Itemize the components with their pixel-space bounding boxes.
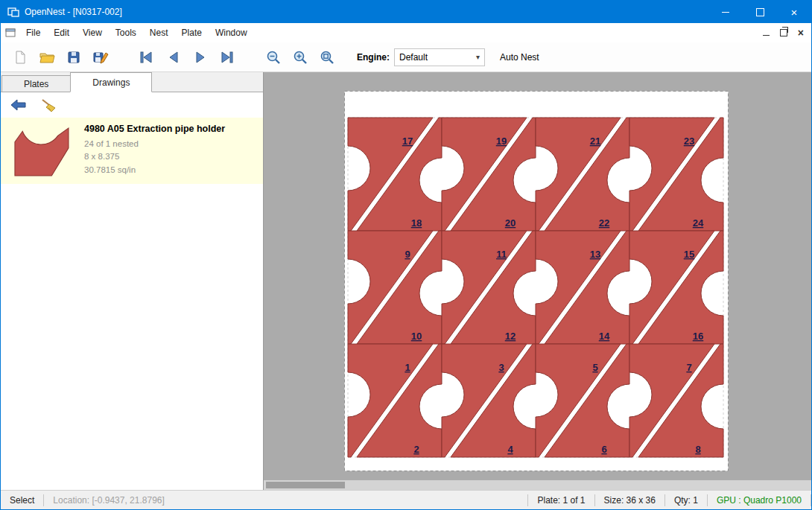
- part-number: 14: [599, 331, 610, 342]
- save-button[interactable]: [60, 45, 87, 69]
- minimize-button[interactable]: [708, 1, 743, 23]
- drawing-size: 8 x 8.375: [84, 150, 225, 163]
- minimize-icon: [722, 12, 729, 13]
- maximize-button[interactable]: [743, 1, 777, 23]
- drawing-nested-count: 24 of 1 nested: [84, 138, 225, 150]
- drawing-info: 4980 A05 Extraction pipe holder 24 of 1 …: [78, 123, 225, 177]
- menu-edit[interactable]: Edit: [47, 24, 76, 42]
- menu-plate[interactable]: Plate: [175, 24, 209, 42]
- last-arrow-icon: [220, 51, 235, 63]
- part-number: 21: [590, 136, 600, 147]
- left-arrow-icon: [10, 99, 27, 111]
- maximize-icon: [756, 8, 764, 16]
- part-number: 20: [505, 217, 516, 229]
- tab-plates[interactable]: Plates: [1, 75, 71, 92]
- zoom-out-icon: [266, 50, 281, 65]
- previous-plate-button[interactable]: [160, 45, 187, 69]
- part-number: 19: [496, 136, 507, 147]
- part-number: 2: [413, 444, 419, 455]
- app-window: OpenNest - [N0317-002] × File Edit View …: [0, 0, 812, 510]
- engine-value: Default: [399, 52, 428, 63]
- open-button[interactable]: [34, 45, 60, 69]
- mdi-restore-button[interactable]: [780, 29, 787, 36]
- first-arrow-icon: [139, 51, 154, 63]
- close-icon: ×: [791, 7, 798, 18]
- menu-tools[interactable]: Tools: [109, 24, 143, 42]
- clean-button[interactable]: [37, 94, 60, 116]
- zoom-fit-icon: [320, 50, 334, 65]
- next-arrow-icon: [194, 51, 207, 63]
- title-bar: OpenNest - [N0317-002] ×: [1, 1, 811, 23]
- mdi-close-button[interactable]: ×: [798, 28, 804, 38]
- mdi-restore-icon: [780, 29, 787, 36]
- part-number: 22: [599, 217, 609, 229]
- broom-icon: [40, 98, 57, 112]
- part-number: 8: [695, 444, 700, 455]
- next-plate-button[interactable]: [187, 45, 214, 69]
- part-number: 18: [411, 217, 422, 229]
- main-area: Plates Drawings 4980 A05 Extraction pipe…: [1, 72, 811, 490]
- menu-file[interactable]: File: [19, 24, 47, 42]
- drawing-title: 4980 A05 Extraction pipe holder: [84, 124, 225, 134]
- part-number: 13: [590, 249, 600, 260]
- menu-window[interactable]: Window: [209, 24, 254, 42]
- status-mode: Select: [1, 495, 43, 506]
- save-icon: [66, 50, 81, 65]
- move-drawing-button[interactable]: [7, 94, 31, 116]
- close-button[interactable]: ×: [777, 1, 811, 23]
- part-number: 12: [505, 331, 516, 342]
- part-number: 1: [405, 362, 410, 373]
- last-plate-button[interactable]: [214, 45, 241, 69]
- part-number: 15: [684, 249, 694, 260]
- status-size: Size: 36 x 36: [595, 495, 664, 506]
- new-button[interactable]: [7, 45, 34, 69]
- open-folder-icon: [39, 50, 55, 65]
- left-panel: Plates Drawings 4980 A05 Extraction pipe…: [1, 72, 264, 490]
- plate[interactable]: 171819202122232491011121314151612345678: [344, 91, 729, 471]
- menu-view[interactable]: View: [76, 24, 109, 42]
- save-edit-button[interactable]: [87, 45, 114, 69]
- mdi-minimize-button[interactable]: [763, 31, 770, 36]
- save-edit-icon: [92, 50, 109, 65]
- auto-nest-button[interactable]: Auto Nest: [500, 52, 539, 63]
- previous-arrow-icon: [167, 51, 180, 63]
- part-number: 16: [693, 331, 703, 342]
- menu-nest[interactable]: Nest: [143, 24, 175, 42]
- drawing-list-item[interactable]: 4980 A05 Extraction pipe holder 24 of 1 …: [1, 118, 263, 184]
- plate-canvas[interactable]: 171819202122232491011121314151612345678: [344, 91, 729, 471]
- zoom-fit-button[interactable]: [314, 45, 340, 69]
- part-number: 6: [601, 444, 606, 455]
- part-number: 17: [402, 136, 413, 147]
- main-toolbar: Engine: Default ▾ Auto Nest: [1, 42, 811, 72]
- horizontal-scrollbar-thumb[interactable]: [266, 482, 345, 488]
- part-number: 10: [411, 331, 422, 342]
- tab-drawings[interactable]: Drawings: [70, 72, 152, 92]
- status-location: Location: [-0.9437, 21.8796]: [44, 495, 173, 506]
- engine-select[interactable]: Default ▾: [394, 48, 485, 66]
- mdi-minimize-icon: [763, 35, 770, 36]
- zoom-in-icon: [293, 50, 308, 65]
- horizontal-scrollbar[interactable]: [264, 480, 811, 490]
- menu-bar: File Edit View Tools Nest Plate Window ×: [1, 23, 811, 42]
- first-plate-button[interactable]: [133, 45, 160, 69]
- status-bar: Select Location: [-0.9437, 21.8796] Plat…: [1, 490, 811, 509]
- mdi-window-controls: ×: [763, 28, 811, 38]
- tab-strip: Plates Drawings: [1, 72, 263, 92]
- drawing-thumbnail: [7, 123, 78, 177]
- part-number: 3: [498, 362, 504, 373]
- zoom-in-button[interactable]: [287, 45, 314, 69]
- part-number: 4: [507, 444, 513, 455]
- drawings-list-empty-area: [1, 184, 263, 490]
- zoom-out-button[interactable]: [260, 45, 287, 69]
- status-separator: [811, 494, 811, 506]
- status-qty: Qty: 1: [665, 495, 707, 506]
- part-number: 24: [693, 217, 704, 229]
- drawings-toolbar: [1, 92, 263, 118]
- drawing-area: 30.7815 sq/in: [84, 164, 225, 176]
- nesting-canvas[interactable]: 171819202122232491011121314151612345678: [264, 72, 811, 490]
- document-icon[interactable]: [5, 28, 16, 38]
- part-number: 9: [405, 249, 410, 260]
- window-title: OpenNest - [N0317-002]: [25, 7, 708, 17]
- app-icon: [7, 6, 19, 18]
- part-number: 7: [686, 362, 691, 373]
